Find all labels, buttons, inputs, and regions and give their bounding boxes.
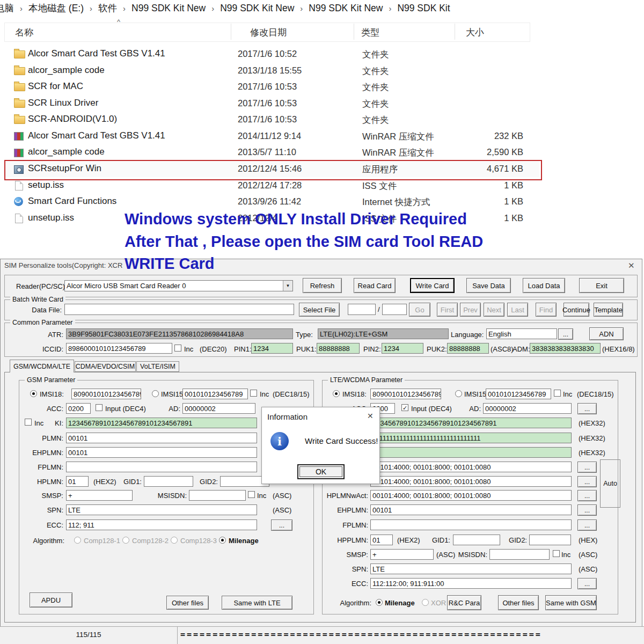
gsm-ad-field[interactable]: 00000002 (182, 403, 255, 414)
lte-hplmnwact-more-button[interactable]: ... (577, 490, 597, 501)
lte-ad-more-button[interactable]: ... (577, 403, 597, 414)
gsm-other-files-button[interactable]: Other files (166, 596, 209, 610)
first-button[interactable]: First (437, 303, 458, 317)
lte-imsi15-radio[interactable] (455, 390, 462, 397)
lte-imsi18-radio[interactable] (333, 390, 340, 397)
reader-select[interactable]: Alcor Micro USB Smart Card Reader 0 ▼ (64, 280, 293, 291)
gsm-imsi18-field[interactable]: 809001010123456789 (71, 389, 141, 399)
template-button[interactable]: Template (594, 303, 623, 317)
lte-ecc-more-button[interactable]: ... (577, 578, 597, 589)
adm-field[interactable]: 3838383838383830 (530, 343, 601, 354)
breadcrumb-item[interactable]: 电脑 (0, 2, 14, 14)
lte-plmnwact-more-button[interactable]: ... (577, 462, 597, 473)
prev-button[interactable]: Prev (460, 303, 481, 317)
lte-oplmnwact-more-button[interactable]: ... (577, 476, 597, 487)
close-icon[interactable]: ✕ (628, 261, 635, 270)
lte-smsp-field[interactable]: + (370, 549, 434, 560)
gsm-ecc-more-button[interactable]: ... (271, 519, 292, 531)
lte-oplmnwact-field[interactable]: 00101:4000; 00101:8000; 00101:0080 (370, 476, 572, 487)
lte-plmnwact-field[interactable]: 00101:4000; 00101:8000; 00101:0080 (370, 462, 572, 472)
atr-field[interactable]: 3B9F95801FC38031E073FE211357868102869844… (66, 328, 293, 339)
find-button[interactable]: Find (536, 303, 557, 317)
lte-ad-field[interactable]: 00000002 (483, 403, 572, 414)
gsm-spn-field[interactable]: LTE (66, 504, 257, 515)
data-file-input[interactable] (64, 304, 294, 315)
lte-fplmn-more-button[interactable]: ... (577, 519, 597, 531)
lte-spn-field[interactable]: LTE (370, 564, 572, 574)
gsm-ecc-field[interactable]: 112; 911 (66, 519, 257, 530)
gsm-hplmn-field[interactable]: 01 (66, 476, 89, 487)
apdu-button[interactable]: APDU (30, 592, 72, 608)
breadcrumb-item[interactable]: N99 SDK Kit New (131, 3, 206, 14)
dialog-close-icon[interactable]: ✕ (367, 412, 374, 420)
dropdown-arrow-icon[interactable]: ▼ (283, 281, 292, 291)
same-with-lte-button[interactable]: Same with LTE (222, 596, 292, 610)
iccid-inc-checkbox[interactable] (174, 345, 181, 352)
puk2-field[interactable]: 88888888 (447, 343, 489, 354)
tab-volte-isim[interactable]: VoLTE/ISIM (136, 361, 179, 372)
lte-op-field[interactable] (370, 447, 572, 458)
auto-box[interactable]: Auto (600, 459, 620, 508)
column-header-size[interactable]: 大小 (466, 26, 484, 39)
breadcrumb-item[interactable]: N99 SDK Kit New (220, 3, 294, 14)
same-with-gsm-button[interactable]: Same with GSM (545, 595, 597, 610)
gsm-comp128-1-radio[interactable] (74, 537, 81, 544)
gsm-milenage-radio[interactable] (219, 537, 226, 544)
rc-para-button[interactable]: R&C Para (447, 595, 481, 610)
lte-msisdn-inc-checkbox[interactable] (553, 550, 560, 557)
lte-opc-field[interactable]: 11111111111111111111111111111111 (370, 433, 572, 443)
language-field[interactable]: English (486, 328, 557, 339)
puk1-field[interactable]: 88888888 (317, 343, 360, 354)
sort-ascending-icon[interactable]: ^ (117, 18, 120, 26)
gsm-acc-field[interactable]: 0200 (66, 403, 91, 414)
lte-ki-field[interactable]: 12345678910123456789101234567891 (370, 418, 572, 428)
column-header-name[interactable]: 名称 (15, 26, 33, 39)
breadcrumb-item[interactable]: 软件 (98, 2, 117, 14)
breadcrumb-item[interactable]: N99 SDK Kit New (309, 3, 383, 14)
gsm-imsi15-radio[interactable] (152, 390, 159, 397)
lte-gid1-field[interactable] (453, 535, 500, 545)
page-current-input[interactable] (348, 304, 376, 315)
gsm-imsi-inc-checkbox[interactable] (250, 390, 257, 397)
gsm-gid1-field[interactable] (144, 476, 193, 487)
next-button[interactable]: Next (484, 303, 504, 317)
gsm-msisdn-inc-checkbox[interactable] (248, 491, 255, 498)
lte-hpplmn-field[interactable]: 01 (370, 535, 393, 545)
language-more-button[interactable]: ... (558, 328, 573, 340)
pin2-field[interactable]: 1234 (382, 343, 423, 354)
ok-button[interactable]: OK (297, 464, 345, 479)
lte-msisdn-field[interactable] (489, 549, 550, 560)
exit-button[interactable]: Exit (579, 278, 624, 293)
pin1-field[interactable]: 1234 (251, 343, 293, 354)
type-field[interactable]: LTE(LH02):LTE+GSM (318, 328, 449, 339)
page-total-input[interactable] (382, 304, 407, 315)
tab-cdma-evdo-csim[interactable]: CDMA/EVDO/CSIM (75, 361, 136, 372)
breadcrumb-item[interactable]: N99 SDK Kit (397, 3, 450, 14)
read-card-button[interactable]: Read Card (354, 278, 396, 293)
gsm-comp128-2-radio[interactable] (122, 537, 129, 544)
lte-imsi-inc-checkbox[interactable] (554, 390, 561, 397)
lte-ehplmn-more-button[interactable]: ... (577, 504, 597, 516)
lte-imsi15-field[interactable]: 001010123456789 (486, 389, 551, 399)
adn-button[interactable]: ADN (589, 327, 624, 340)
tab-gsm-wcdma-lte[interactable]: GSM/WCDMA/LTE (10, 360, 74, 372)
lte-gid2-field[interactable] (529, 535, 571, 545)
gsm-msisdn-field[interactable] (189, 490, 246, 501)
lte-xor-radio[interactable] (422, 599, 429, 606)
gsm-ehplmn-field[interactable]: 00101 (66, 447, 257, 458)
lte-ehplmn-field[interactable]: 00101 (370, 504, 572, 515)
select-file-button[interactable]: Select File (299, 303, 340, 317)
refresh-button[interactable]: Refresh (303, 278, 342, 293)
breadcrumb-item[interactable]: 本地磁盘 (E:) (28, 2, 84, 14)
gsm-fplmn-field[interactable] (66, 462, 257, 472)
lte-ecc-field[interactable]: 112:112:00; 911:911:00 (370, 578, 572, 589)
lte-imsi18-field[interactable]: 809001010123456789 (370, 389, 441, 399)
iccid-field[interactable]: 89860001010123456789 (66, 343, 172, 354)
last-button[interactable]: Last (507, 303, 528, 317)
gsm-imsi18-radio[interactable] (30, 390, 37, 397)
lte-other-files-button[interactable]: Other files (498, 595, 539, 610)
column-header-type[interactable]: 类型 (361, 26, 379, 39)
lte-acc-input-checkbox[interactable]: ✓ (401, 404, 408, 411)
continue-button[interactable]: Continue (564, 303, 589, 317)
gsm-acc-input-checkbox[interactable] (96, 404, 103, 411)
